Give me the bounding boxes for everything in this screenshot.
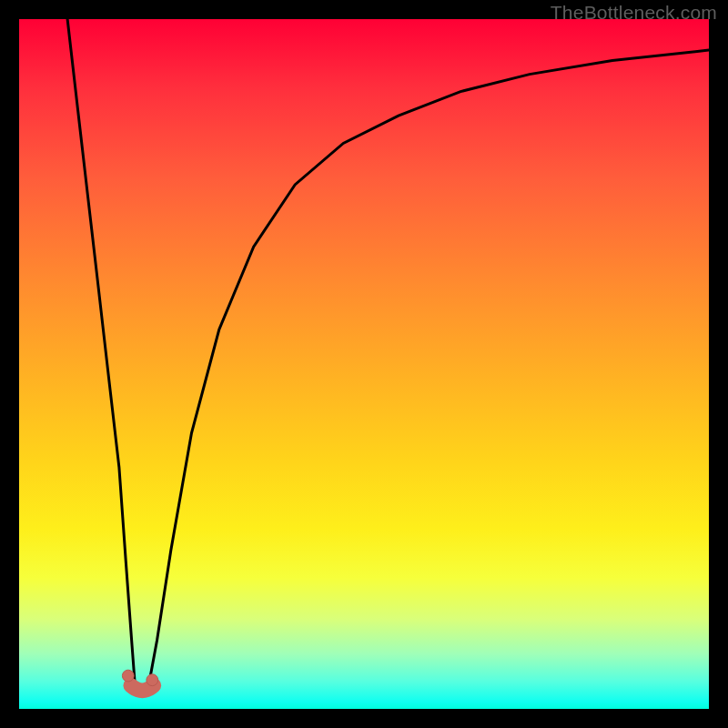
marker-dot-left <box>122 670 134 682</box>
chart-overlay-svg <box>19 19 709 709</box>
trough-connector <box>131 685 154 691</box>
watermark-label: TheBottleneck.com <box>551 2 717 24</box>
curve-left-branch <box>67 19 135 685</box>
chart-plot-area <box>19 19 709 709</box>
curve-right-branch <box>149 50 710 684</box>
marker-dot-right <box>147 674 158 686</box>
